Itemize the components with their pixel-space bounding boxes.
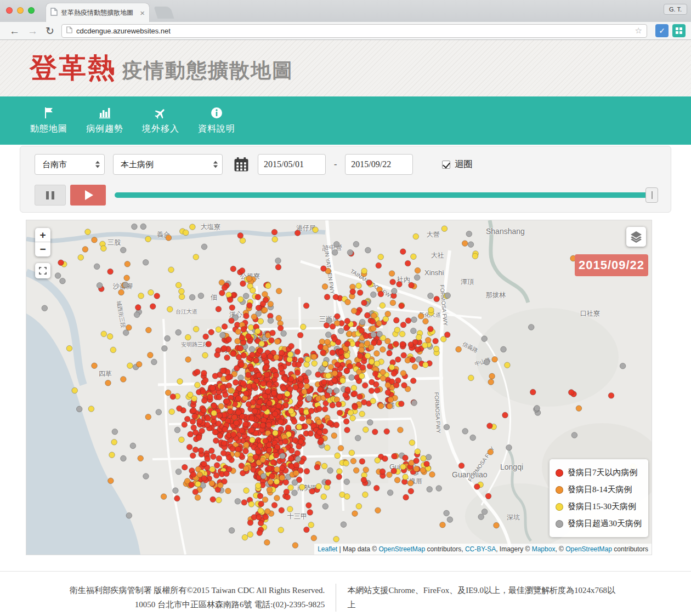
nav-label: 資料說明 [198, 123, 235, 135]
plane-icon [154, 106, 167, 119]
map-place-label: 溪心寮 [229, 310, 249, 320]
controls-panel: 台南市 本土病例 - 迴圈 [20, 146, 671, 213]
loop-control[interactable]: 迴圈 [442, 159, 472, 170]
info-icon [210, 106, 223, 119]
date-from-input[interactable] [258, 154, 326, 175]
nav-item-imported-cases[interactable]: 境外移入 [142, 106, 179, 135]
date-to-input[interactable] [345, 154, 413, 175]
map-place-label: 三崁店 [319, 315, 339, 324]
attribution-link[interactable]: Mapbox [532, 545, 556, 553]
bar-chart-icon [98, 106, 111, 119]
map-place-label: 沙崙腳 [113, 282, 133, 291]
map-place-label: 三塊厝 [403, 477, 422, 486]
legend-dot-icon [556, 520, 563, 528]
zoom-control: + − [35, 228, 50, 256]
map-place-label: Guiren [389, 463, 411, 471]
nav-item-dynamic-map[interactable]: 動態地圖 [30, 106, 67, 135]
attribution-link[interactable]: CC-BY-SA [465, 545, 496, 553]
map-place-label: 南勢園 [297, 483, 317, 493]
map-place-label: 十三甲 [287, 512, 307, 521]
city-select[interactable]: 台南市 [35, 154, 105, 175]
map-place-label: 台江大道 [175, 308, 197, 316]
calendar-icon[interactable] [233, 156, 250, 173]
legend-item: 發病日15-30天病例 [556, 498, 642, 515]
back-button[interactable]: ← [9, 26, 20, 36]
map-place-label: 海 [222, 345, 228, 355]
page-favicon-icon [50, 8, 58, 18]
loop-label: 迴圈 [455, 159, 472, 170]
site-title: 登革熱疫情動態擴散地圖 [30, 50, 293, 87]
window-close-button[interactable] [6, 7, 13, 14]
zoom-out-button[interactable]: − [35, 242, 50, 256]
legend-label: 發病日8-14天病例 [568, 484, 632, 495]
attribution-link[interactable]: Leaflet [318, 545, 337, 553]
map-place-label: 中山路 [410, 459, 420, 477]
main-nav: 動態地圖 病例趨勢 境外移入 資料說明 [0, 96, 691, 145]
browser-toolbar: ← → ↻ cdcdengue.azurewebsites.net ☆ ✓ [0, 22, 691, 40]
map-place-label: 中山路 [474, 356, 492, 368]
map-place-label: Xinshi [424, 269, 444, 277]
map-place-label: 那拔林 [486, 290, 506, 300]
flag-icon [42, 106, 55, 119]
attribution-link[interactable]: OpenStreetMap [565, 545, 612, 553]
map-place-label: 三股 [107, 238, 121, 247]
map-place-label: 信義路 [461, 340, 479, 355]
loop-checkbox[interactable] [442, 161, 450, 169]
play-icon [85, 190, 93, 200]
pause-button[interactable] [35, 185, 66, 206]
legend-item: 發病日7天以內病例 [556, 464, 642, 481]
attribution-link[interactable]: OpenStreetMap [379, 545, 426, 553]
address-bar[interactable]: cdcdengue.azurewebsites.net ☆ [61, 24, 647, 38]
pause-icon [46, 191, 49, 199]
map-place-label: 四草 [99, 369, 112, 379]
nav-label: 動態地圖 [30, 123, 67, 135]
map-place-label: 大塩寮 [201, 223, 220, 232]
legend-label: 發病日7天以內病例 [568, 467, 638, 478]
site-title-emphasis: 登革熱 [30, 53, 117, 83]
map-place-label: 大營 [427, 230, 440, 239]
map-place-label: 社內 [397, 275, 410, 284]
browser-tab[interactable]: 登革熱疫情動態擴散地圖 × [46, 3, 149, 22]
tab-close-icon[interactable]: × [140, 9, 145, 17]
reload-button[interactable]: ↻ [46, 26, 54, 36]
pause-icon [52, 191, 54, 199]
profile-button[interactable]: G. T. [664, 4, 687, 15]
footer-copyright: 衛生福利部疾病管制署 版權所有©2015 Taiwan CDC All Righ… [70, 584, 325, 598]
city-select-value: 台南市 [42, 159, 67, 170]
extension-grid-icon[interactable] [672, 24, 686, 37]
bookmark-star-icon[interactable]: ☆ [635, 26, 642, 36]
select-arrows-icon [95, 161, 100, 168]
legend-dot-icon [556, 503, 563, 511]
fullscreen-button[interactable] [35, 263, 50, 278]
new-tab-button[interactable] [154, 7, 174, 19]
zoom-in-button[interactable]: + [35, 228, 50, 242]
map[interactable]: 大塩寮三股義合港仔尾許中營大營Shanshang大社社內Xinshi潭頂那拔林口… [26, 220, 652, 555]
layers-button[interactable] [626, 227, 646, 247]
case-type-select-value: 本土病例 [121, 159, 154, 170]
page-content: 登革熱疫情動態擴散地圖 動態地圖 病例趨勢 境外移入 資料說明 [0, 40, 691, 616]
case-type-select[interactable]: 本土病例 [113, 154, 223, 175]
map-place-label: TAINAN LOOP FWY [349, 268, 395, 300]
timeline-slider[interactable] [115, 192, 656, 198]
map-place-label: 大浦 [382, 401, 395, 410]
footer-browser-support: 本網站支援Chrome、FireFox、及IE9.0以上，最佳瀏覽解析度為102… [336, 584, 621, 612]
play-button[interactable] [70, 185, 106, 206]
map-place-label: 公親寮 [240, 272, 260, 281]
url-page-icon [66, 26, 72, 36]
browser-tabstrip: 登革熱疫情動態擴散地圖 × G. T. [0, 0, 691, 22]
window-minimize-button[interactable] [17, 7, 24, 14]
nav-item-case-trend[interactable]: 病例趨勢 [86, 106, 123, 135]
attribution-text: , © [555, 545, 565, 553]
map-place-label: 潭頂 [461, 277, 474, 287]
current-date-badge: 2015/09/22 [575, 254, 648, 276]
map-place-label: 口社寮 [580, 309, 600, 318]
legend-label: 發病日超過30天病例 [568, 518, 642, 529]
map-place-label: 四草鯤 [191, 474, 211, 483]
map-place-label: Shanshang [486, 227, 525, 236]
forward-button[interactable]: → [27, 26, 38, 36]
window-zoom-button[interactable] [28, 7, 35, 14]
map-place-label: 城西街三段 [115, 300, 127, 329]
extension-check-icon[interactable]: ✓ [655, 24, 669, 37]
nav-item-data-info[interactable]: 資料說明 [198, 106, 235, 135]
slider-handle[interactable] [645, 187, 658, 203]
